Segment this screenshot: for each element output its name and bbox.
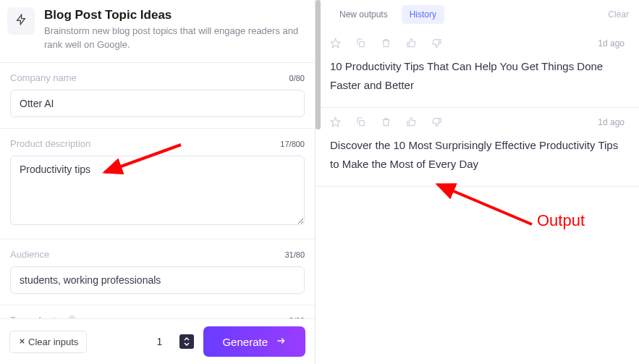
scrollbar-indicator[interactable] — [316, 0, 321, 130]
left-panel: Blog Post Topic Ideas Brainstorm new blo… — [0, 0, 316, 364]
company-label: Company name — [10, 72, 77, 83]
star-icon[interactable] — [330, 38, 341, 48]
outputs-scroll[interactable]: 1d ago 10 Productivity Tips That Can Hel… — [316, 29, 639, 364]
audience-input[interactable] — [10, 266, 305, 294]
generate-label: Generate — [222, 336, 268, 348]
template-header: Blog Post Topic Ideas Brainstorm new blo… — [0, 0, 315, 62]
clear-inputs-button[interactable]: Clear inputs — [9, 331, 87, 353]
field-audience-header: Audience 31/80 — [10, 249, 305, 260]
tab-history[interactable]: History — [402, 5, 444, 24]
output-text[interactable]: Discover the 10 Most Surprisingly Effect… — [330, 136, 625, 173]
product-input[interactable] — [10, 156, 305, 225]
svg-rect-3 — [360, 121, 365, 126]
tabs-row: New outputs History Clear — [316, 0, 639, 29]
close-icon — [18, 337, 26, 347]
product-label: Product description — [10, 138, 90, 149]
star-icon[interactable] — [330, 117, 341, 127]
field-company: Company name 0/80 — [0, 63, 315, 129]
output-card: 1d ago 10 Productivity Tips That Can Hel… — [316, 29, 639, 108]
generate-button[interactable]: Generate — [203, 326, 305, 357]
lightning-icon — [15, 14, 27, 28]
quantity-input[interactable] — [143, 336, 175, 347]
tab-new-outputs[interactable]: New outputs — [331, 5, 396, 24]
app-root: Blog Post Topic Ideas Brainstorm new blo… — [0, 0, 639, 364]
output-text[interactable]: 10 Productivity Tips That Can Help You G… — [330, 57, 625, 94]
output-timestamp: 1d ago — [598, 117, 625, 127]
trash-icon[interactable] — [381, 117, 392, 127]
svg-rect-2 — [360, 42, 365, 47]
thumbs-down-icon[interactable] — [431, 117, 442, 127]
copy-icon[interactable] — [355, 38, 366, 48]
audience-label: Audience — [10, 249, 49, 260]
copy-icon[interactable] — [355, 117, 366, 127]
company-input[interactable] — [10, 90, 305, 117]
output-meta: 1d ago — [330, 38, 625, 48]
template-icon-box — [7, 7, 35, 35]
page-subtitle: Brainstorm new blog post topics that wil… — [44, 25, 306, 52]
bottom-bar: Clear inputs Generate — [0, 318, 315, 364]
field-product: Product description 17/800 — [0, 129, 315, 240]
arrow-right-icon — [275, 336, 287, 348]
quantity-group — [143, 334, 194, 349]
page-title: Blog Post Topic Ideas — [44, 7, 306, 23]
fields-scroll[interactable]: Company name 0/80 Product description 17… — [0, 62, 315, 318]
thumbs-down-icon[interactable] — [431, 38, 442, 48]
audience-count: 31/80 — [284, 250, 305, 259]
company-count: 0/80 — [289, 74, 305, 82]
trash-icon[interactable] — [381, 38, 392, 48]
output-card: 1d ago Discover the 10 Most Surprisingly… — [316, 108, 639, 187]
product-count: 17/800 — [280, 140, 305, 148]
output-meta: 1d ago — [330, 117, 625, 127]
field-product-header: Product description 17/800 — [10, 138, 305, 149]
clear-outputs-link[interactable]: Clear — [608, 9, 629, 20]
field-company-header: Company name 0/80 — [10, 72, 305, 83]
field-audience: Audience 31/80 — [0, 240, 315, 305]
quantity-stepper[interactable] — [179, 334, 194, 349]
header-text: Blog Post Topic Ideas Brainstorm new blo… — [44, 7, 306, 52]
thumbs-up-icon[interactable] — [406, 38, 417, 48]
right-panel: New outputs History Clear 1d ago 10 Prod… — [316, 0, 639, 364]
output-timestamp: 1d ago — [598, 38, 625, 48]
field-tone: Tone of voice 0/80 — [0, 305, 315, 318]
clear-inputs-label: Clear inputs — [28, 337, 78, 347]
thumbs-up-icon[interactable] — [406, 117, 417, 127]
